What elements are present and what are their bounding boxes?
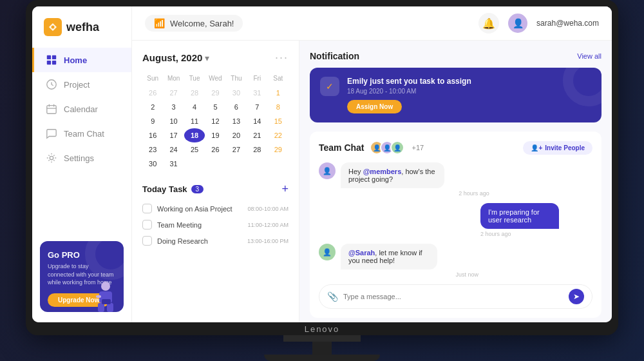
sidebar: wefha Home Project Calendar <box>32 6 132 322</box>
chat-message: 👤 @Sarah, let me know if you need help! … <box>319 244 592 278</box>
task-time: 11:00-12:00 AM <box>247 222 289 228</box>
calendar-day[interactable] <box>247 157 267 171</box>
svg-point-7 <box>50 156 53 159</box>
calendar-day[interactable]: 20 <box>226 128 247 142</box>
task-checkbox[interactable] <box>142 220 152 229</box>
calendar-day[interactable]: 2 <box>142 100 163 114</box>
calendar-day[interactable]: 4 <box>184 100 205 114</box>
calendar-day[interactable]: 26 <box>142 86 163 100</box>
calendar-day[interactable]: 10 <box>163 114 184 128</box>
svg-rect-6 <box>47 106 56 114</box>
attach-icon[interactable]: 📎 <box>327 291 338 302</box>
calendar-grid: Sun Mon Tue Wed Thu Fri Sat 262728293031… <box>142 73 289 171</box>
svg-point-8 <box>101 282 110 291</box>
sidebar-item-calendar[interactable]: Calendar <box>32 97 131 121</box>
chat-member-count: +17 <box>412 144 424 151</box>
view-all-link[interactable]: View all <box>577 52 601 60</box>
calendar-day[interactable]: 7 <box>247 100 267 114</box>
calendar-header: August, 2020 ▾ ··· <box>142 51 289 64</box>
calendar-day[interactable]: 22 <box>268 128 289 142</box>
calendar-day[interactable]: 23 <box>142 142 163 157</box>
message-time: Just now <box>341 271 478 278</box>
calendar-day[interactable]: 29 <box>268 142 289 157</box>
sidebar-item-home[interactable]: Home <box>32 48 131 72</box>
bell-icon[interactable]: 🔔 <box>478 13 499 34</box>
task-item: Working on Asia Project 08:00-10:00 AM <box>142 204 289 213</box>
calendar-day[interactable] <box>226 157 247 171</box>
calendar-day[interactable]: 18 <box>184 128 205 142</box>
task-time: 08:00-10:00 AM <box>247 206 289 212</box>
monitor-base <box>264 355 380 361</box>
chat-avatar: 👤 <box>390 141 404 155</box>
notification-header: Notification View all <box>310 51 601 61</box>
calendar-day[interactable]: 3 <box>163 100 184 114</box>
calendar-day[interactable]: 19 <box>205 128 225 142</box>
chat-input[interactable] <box>343 293 564 300</box>
assign-now-button[interactable]: Assign Now <box>347 100 402 113</box>
calendar-day[interactable]: 17 <box>163 128 184 142</box>
calendar-day[interactable]: 15 <box>268 114 289 128</box>
calendar-day[interactable]: 9 <box>142 114 163 128</box>
calendar-day[interactable]: 28 <box>247 142 267 157</box>
message-bubble: @Sarah, let me know if you need help! <box>341 244 437 269</box>
calendar-day[interactable]: 6 <box>226 100 247 114</box>
calendar-day[interactable] <box>184 157 205 171</box>
calendar-menu-icon[interactable]: ··· <box>275 51 289 64</box>
chat-title-area: Team Chat 👤 👤 👤 +17 <box>319 141 424 155</box>
task-count-badge: 3 <box>191 185 204 193</box>
calendar-day[interactable]: 11 <box>184 114 205 128</box>
svg-rect-2 <box>52 55 56 59</box>
calendar-day[interactable]: 14 <box>247 114 267 128</box>
calendar-day[interactable]: 31 <box>163 157 184 171</box>
task-list: Working on Asia Project 08:00-10:00 AM T… <box>142 204 289 246</box>
today-task-title: Today Task <box>142 184 187 194</box>
calendar-day[interactable]: 26 <box>205 142 225 157</box>
wave-icon: 📶 <box>154 18 165 28</box>
calendar-day[interactable]: 5 <box>205 100 225 114</box>
calendar-day[interactable]: 27 <box>226 142 247 157</box>
calendar-days: 2627282930311234567891011121314151617181… <box>142 86 289 171</box>
logo-icon <box>44 18 62 36</box>
calendar-day[interactable] <box>268 157 289 171</box>
calendar-day[interactable]: 21 <box>247 128 267 142</box>
header: 📶 Welcome, Sarah! 🔔 👤 sarah@weha.com <box>132 6 612 41</box>
sidebar-nav: Home Project Calendar Team Chat <box>32 48 131 235</box>
calendar-day[interactable]: 31 <box>247 86 267 100</box>
send-button[interactable]: ➤ <box>569 289 584 304</box>
task-name: Doing Research <box>157 237 242 245</box>
notification-body: Emily just sent you task to assign 18 Au… <box>347 77 591 113</box>
monitor-brand: Lenovo <box>305 322 340 335</box>
chat-message: 👤 Hey @members, how's the project going?… <box>319 162 592 197</box>
calendar-day[interactable]: 16 <box>142 128 163 142</box>
sidebar-item-team-chat[interactable]: Team Chat <box>32 121 131 146</box>
calendar-day[interactable]: 8 <box>268 100 289 114</box>
calendar-title: August, 2020 <box>142 52 202 63</box>
calendar-day[interactable]: 29 <box>205 86 225 100</box>
calendar-day[interactable]: 25 <box>184 142 205 157</box>
notification-card: ✓ Emily just sent you task to assign 18 … <box>310 68 601 122</box>
invite-people-button[interactable]: 👤+ Invite People <box>523 141 592 155</box>
task-checkbox[interactable] <box>142 236 152 246</box>
calendar-day[interactable]: 13 <box>226 114 247 128</box>
task-name: Team Meeting <box>157 221 242 229</box>
message-avatar: 👤 <box>319 244 336 260</box>
sidebar-item-project[interactable]: Project <box>32 72 131 97</box>
monitor-stand <box>283 335 361 342</box>
add-task-icon[interactable]: + <box>281 182 289 196</box>
person-add-icon: 👤+ <box>531 144 542 151</box>
calendar-day[interactable]: 12 <box>205 114 225 128</box>
calendar-day[interactable]: 1 <box>268 86 289 100</box>
task-checkbox[interactable] <box>142 204 152 213</box>
greeting-bar: 📶 Welcome, Sarah! <box>145 15 243 32</box>
calendar-day[interactable]: 28 <box>184 86 205 100</box>
calendar-day[interactable] <box>205 157 225 171</box>
calendar-day[interactable]: 27 <box>163 86 184 100</box>
calendar-day[interactable]: 30 <box>226 86 247 100</box>
calendar-day[interactable]: 24 <box>163 142 184 157</box>
user-email: sarah@weha.com <box>536 19 599 28</box>
svg-rect-4 <box>52 61 56 64</box>
svg-rect-11 <box>107 303 113 312</box>
sidebar-item-settings[interactable]: Settings <box>32 146 131 170</box>
calendar-day[interactable]: 30 <box>142 157 163 171</box>
calendar-dropdown-icon[interactable]: ▾ <box>205 53 209 63</box>
